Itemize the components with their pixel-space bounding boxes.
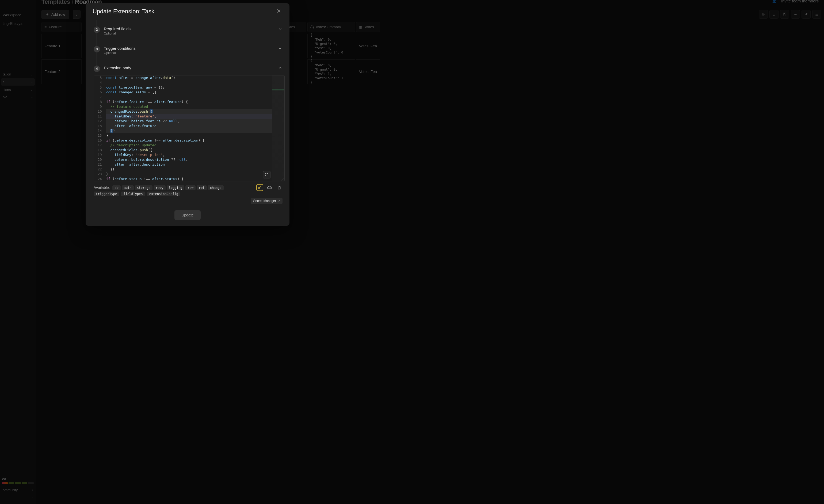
step-number: 3 [94, 46, 100, 53]
fullscreen-button[interactable] [263, 171, 271, 179]
chevron-down-icon [278, 46, 283, 51]
close-icon [276, 8, 282, 14]
available-chip-extensionConfig[interactable]: extensionConfig [147, 192, 180, 196]
step-required-fields[interactable]: 2 Required fields Optional [86, 24, 290, 38]
chevron-down-icon [278, 26, 283, 31]
step-subtitle: Optional [104, 31, 274, 35]
available-chip-ref[interactable]: ref [197, 185, 207, 190]
available-label: Available: [94, 185, 110, 190]
fullscreen-icon [265, 173, 269, 177]
available-chip-fieldTypes[interactable]: fieldTypes [121, 192, 145, 196]
chevron-up-icon [278, 66, 283, 70]
available-chip-auth[interactable]: auth [122, 185, 134, 190]
line-gutter: 3456789101112131415161718192021222324 [94, 76, 105, 181]
key-icon[interactable] [256, 184, 263, 191]
modal-title: Update Extension: Task [93, 8, 154, 15]
minimap[interactable] [272, 76, 284, 181]
step-title: Trigger conditions [104, 46, 274, 51]
available-chip-row[interactable]: row [185, 185, 196, 190]
modal-header: Update Extension: Task [86, 3, 290, 19]
available-chip-logging[interactable]: logging [167, 185, 185, 190]
code-area[interactable]: const after = change.after.data() const … [105, 76, 284, 181]
update-extension-modal: Update Extension: Task 2 Required fields… [86, 3, 290, 226]
close-button[interactable] [276, 8, 283, 15]
modal-footer: Update [86, 207, 290, 226]
step-subtitle: Optional [104, 51, 274, 55]
available-chip-rowy[interactable]: rowy [153, 185, 166, 190]
secret-manager-link[interactable]: Secret Manager ↗ [251, 198, 283, 204]
step-extension-body[interactable]: 4 Extension body [86, 63, 290, 75]
step-number: 4 [94, 66, 100, 72]
available-chip-change[interactable]: change [208, 185, 223, 190]
available-row-2: triggerType fieldTypes extensionConfig [86, 192, 290, 197]
step-title: Extension body [104, 66, 274, 70]
external-link-icon: ↗ [277, 199, 280, 203]
step-number: 2 [94, 26, 100, 33]
available-chip-storage[interactable]: storage [135, 185, 153, 190]
available-chip-db[interactable]: db [112, 185, 120, 190]
resize-handle[interactable] [281, 177, 284, 181]
svg-point-0 [259, 187, 260, 189]
update-button[interactable]: Update [175, 210, 200, 220]
step-trigger-conditions[interactable]: 3 Trigger conditions Optional [86, 43, 290, 58]
secret-manager-label: Secret Manager [253, 199, 276, 203]
available-chip-triggerType[interactable]: triggerType [94, 192, 119, 196]
step-title: Required fields [104, 26, 274, 31]
code-editor[interactable]: 3456789101112131415161718192021222324 co… [94, 75, 285, 181]
modal-body: 2 Required fields Optional 3 Trigger con… [86, 19, 290, 207]
cloud-icon[interactable] [266, 184, 273, 191]
document-icon[interactable] [276, 184, 283, 191]
available-row: Available: db auth storage rowy logging … [86, 181, 290, 192]
